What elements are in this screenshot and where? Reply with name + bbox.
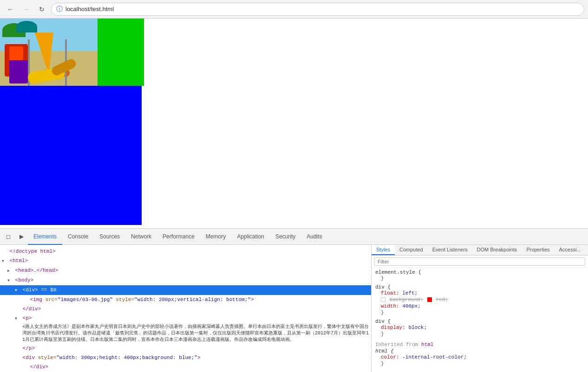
- text-content-div: 《路人女主的养成方法》是副本作家丸户史明首日本则丸户史中的部轻小说著作，由插画家…: [0, 86, 142, 225]
- div-rule-2: div { display: block; }: [375, 319, 584, 337]
- tab-console[interactable]: Console: [62, 229, 94, 245]
- inner-close-tag: </div>: [30, 364, 49, 370]
- div-rule1-selector: div {: [375, 284, 584, 290]
- doctype-line[interactable]: <!doctype html>: [0, 247, 371, 256]
- div-tag: <div>: [23, 287, 38, 293]
- div-blue-tag: <div style="width: 300px;height: 400px;b…: [23, 355, 201, 360]
- bg-checkbox[interactable]: [381, 297, 385, 302]
- div-blue-arrow: [15, 353, 20, 362]
- tab-network[interactable]: Network: [125, 229, 157, 245]
- p-tag: <p>: [23, 315, 32, 321]
- doctype-tag: <!doctype html>: [10, 249, 56, 254]
- styles-subtabs: Styles Computed Event Listeners DOM Brea…: [372, 245, 588, 256]
- elements-panel[interactable]: <!doctype html> <html> <head>…</head> <b…: [0, 245, 372, 372]
- subtab-styles[interactable]: Styles: [372, 245, 395, 255]
- subtab-event-listeners[interactable]: Event Listeners: [428, 245, 472, 255]
- body-arrow: [7, 276, 12, 285]
- img-tag: <img src="images/03-06.jpg" style="width…: [30, 297, 254, 302]
- src-value: "images/03-06.jpg": [58, 297, 113, 302]
- inherited-from-tag: html: [421, 342, 433, 347]
- width-prop: width:: [381, 303, 399, 309]
- display-prop: display:: [381, 325, 405, 330]
- close-arrow1: [15, 305, 20, 313]
- devtools-panel: ◻ ▶ Elements Console Sources Network Per…: [0, 228, 588, 372]
- purple-element: [9, 60, 28, 83]
- green-box: [98, 19, 144, 86]
- div-blue-close-inner[interactable]: </div>: [0, 362, 371, 372]
- div-arrow: [15, 286, 20, 295]
- subtab-accessibility[interactable]: Accessi...: [555, 245, 586, 255]
- html-tag: <html>: [10, 258, 28, 263]
- content-area: 《路人女主的养成方法》是副本作家丸户史明首日本则丸户史中的部轻小说著作，由插画家…: [0, 19, 588, 226]
- filter-input[interactable]: [374, 257, 585, 266]
- tab-audits[interactable]: Audits: [301, 229, 327, 245]
- devtools-tabbar: ◻ ▶ Elements Console Sources Network Per…: [0, 229, 588, 245]
- close-brace3: }: [381, 361, 384, 366]
- page-viewport: 《路人女主的养成方法》是副本作家丸户史明首日本则丸户史中的部轻小说著作，由插画家…: [0, 19, 588, 226]
- img-line[interactable]: <img src="images/03-06.jpg" style="width…: [0, 295, 371, 304]
- url-text: localhost/test.html: [65, 6, 114, 13]
- devtools-toggle-button[interactable]: ◻: [2, 230, 15, 243]
- p-close-arrow: [15, 344, 20, 353]
- div-selected-line[interactable]: <div> == $0: [0, 285, 371, 295]
- element-style-rule: element.style { }: [375, 269, 584, 282]
- html-open-line[interactable]: <html>: [0, 256, 371, 266]
- head-tag: <head>…</head>: [15, 268, 58, 273]
- tab-application[interactable]: Application: [231, 229, 270, 245]
- back-button[interactable]: ←: [4, 3, 17, 16]
- subtab-computed[interactable]: Computed: [395, 245, 428, 255]
- html-selector: html {: [375, 348, 394, 354]
- p-close-tag: </p>: [23, 346, 35, 351]
- tab-elements[interactable]: Elements: [28, 229, 62, 245]
- div-style-val: "width: 300px;height: 400px;background: …: [56, 355, 197, 360]
- div-rule2-selector: div {: [375, 319, 584, 324]
- color-swatch-red: [427, 297, 432, 302]
- div-rule2-close: }: [375, 331, 584, 337]
- forward-button[interactable]: →: [20, 3, 33, 16]
- inner-arrow: [22, 363, 27, 371]
- html-rule-close: }: [375, 360, 584, 367]
- tab-security[interactable]: Security: [270, 229, 301, 245]
- div-selector2: div {: [375, 319, 391, 324]
- div-close-tag1: </div>: [23, 306, 41, 312]
- p-open-line[interactable]: <p>: [0, 314, 371, 323]
- close-brace0: }: [381, 276, 384, 281]
- div-style-attr: style=: [38, 355, 57, 360]
- umbrella-teal: [16, 21, 37, 32]
- p-text-line[interactable]: «路人女主的养成方法》是副本作家丸户史明首日本则丸户史中的部轻小说著作，由插画家…: [0, 323, 371, 344]
- bg-val: red;: [436, 297, 448, 302]
- subtab-properties[interactable]: Properties: [522, 245, 554, 255]
- div-close-line1[interactable]: </div>: [0, 304, 371, 314]
- div-rule1-close: }: [375, 309, 584, 316]
- close-brace2: }: [381, 331, 384, 337]
- div-blue-line[interactable]: <div style="width: 300px;height: 400px;b…: [0, 353, 371, 362]
- reload-button[interactable]: ↻: [35, 3, 48, 16]
- tab-sources[interactable]: Sources: [94, 229, 125, 245]
- div-selector1: div {: [375, 284, 391, 290]
- inherited-label: Inherited from html: [375, 340, 584, 348]
- color-val: -internal-root-color;: [402, 354, 467, 360]
- style-attr: style=: [116, 297, 134, 302]
- devtools-inspect-button[interactable]: ▶: [15, 230, 28, 243]
- width-line: width: 400px;: [375, 303, 584, 309]
- filter-bar: [372, 256, 588, 268]
- head-arrow: [7, 266, 12, 275]
- display-val: block;: [408, 325, 427, 330]
- chinese-text: 《路人女主的养成方法》是副本作家丸户史明首日本则丸户史中的部轻小说著作，由插画家…: [2, 88, 136, 159]
- body-open-line[interactable]: <body>: [0, 276, 371, 285]
- body-tag: <body>: [15, 277, 34, 283]
- subtab-dom-breakpoints[interactable]: DOM Breakpoints: [472, 245, 522, 255]
- head-line[interactable]: <head>…</head>: [0, 266, 371, 276]
- p-close-line[interactable]: </p>: [0, 344, 371, 353]
- tab-memory[interactable]: Memory: [200, 229, 231, 245]
- tab-performance[interactable]: Performance: [157, 229, 200, 245]
- address-bar[interactable]: ⓘ localhost/test.html: [51, 3, 584, 16]
- browser-toolbar: ← → ↻ ⓘ localhost/test.html: [0, 0, 588, 19]
- styles-content: element.style { } div { float: left;: [372, 268, 588, 372]
- html-arrow: [2, 257, 7, 265]
- styles-panel: Styles Computed Event Listeners DOM Brea…: [372, 245, 588, 372]
- slide: [35, 32, 53, 74]
- color-line: color: -internal-root-color;: [375, 354, 584, 360]
- src-attr: src=: [46, 297, 58, 302]
- bg-prop: background:: [390, 297, 424, 302]
